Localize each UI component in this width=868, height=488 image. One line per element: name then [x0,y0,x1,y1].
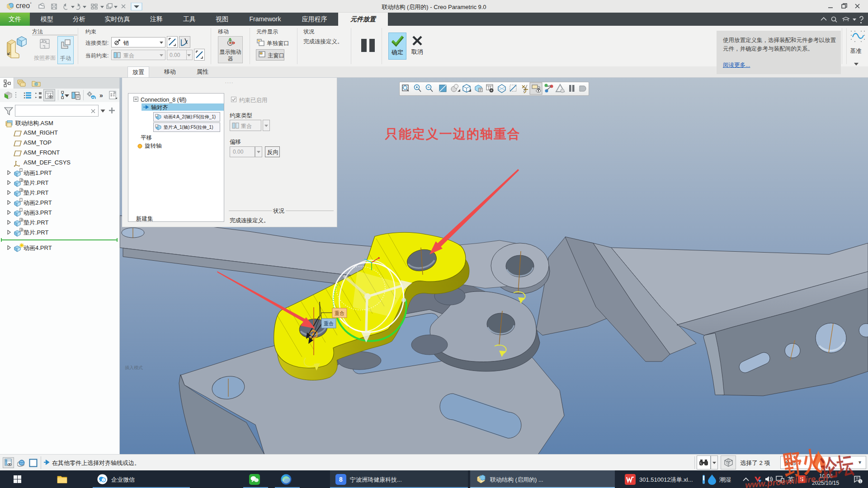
svg-text:1: 1 [859,480,861,483]
svg-text:8: 8 [339,476,343,483]
svg-text:插入模式: 插入模式 [125,365,143,370]
svg-text:S: S [800,476,803,483]
svg-text:重合: 重合 [324,321,334,326]
svg-text:重合: 重合 [335,310,344,316]
svg-text:只能定义一边的轴重合: 只能定义一边的轴重合 [385,127,521,141]
